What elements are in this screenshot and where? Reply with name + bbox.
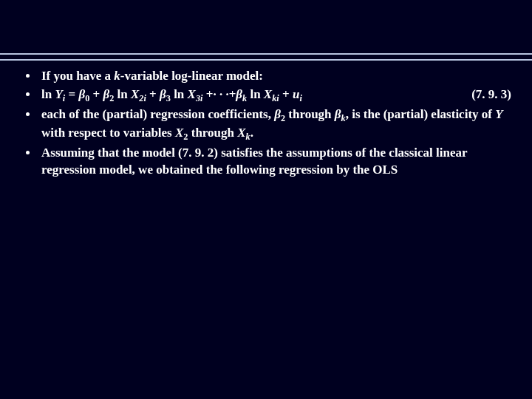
- dots: +· · ·+: [202, 87, 236, 101]
- text: through: [188, 126, 237, 140]
- equation-line: ln Yi = β0 + β2 ln X2i + β3 ln X3i +· · …: [41, 86, 511, 105]
- text: each of the (partial) regression coeffic…: [41, 107, 274, 121]
- beta: β: [274, 107, 281, 121]
- sub-ki: ki: [272, 93, 279, 103]
- var-X: X: [175, 126, 183, 140]
- plus: +: [146, 87, 160, 101]
- var-X: X: [264, 87, 272, 101]
- text: through: [285, 107, 335, 121]
- list-item: each of the (partial) regression coeffic…: [38, 106, 511, 143]
- ln: ln: [114, 87, 131, 101]
- var-Y: Y: [55, 87, 62, 101]
- text: -variable log-linear model:: [120, 69, 263, 83]
- ln: ln: [171, 87, 188, 101]
- ln: ln: [247, 87, 264, 101]
- equation: ln Yi = β0 + β2 ln X2i + β3 ln X3i +· · …: [41, 86, 302, 105]
- divider-bottom: [0, 59, 532, 61]
- ln: ln: [41, 87, 55, 101]
- var-Y: Y: [495, 107, 502, 121]
- divider-top: [0, 53, 532, 55]
- beta: β: [236, 87, 242, 101]
- slide: If you have a k-variable log-linear mode…: [0, 0, 532, 399]
- beta: β: [103, 87, 109, 101]
- plus: +: [279, 87, 293, 101]
- plus: +: [89, 87, 103, 101]
- text: If you have a: [41, 69, 114, 83]
- eq-sign: =: [65, 87, 78, 101]
- list-item: If you have a k-variable log-linear mode…: [38, 68, 511, 85]
- equation-number: (7. 9. 3): [454, 86, 511, 103]
- sub-i: i: [299, 93, 301, 103]
- beta: β: [160, 87, 166, 101]
- list-item: ln Yi = β0 + β2 ln X2i + β3 ln X3i +· · …: [38, 86, 511, 105]
- text: Assuming that the model (7. 9. 2) satisf…: [41, 146, 467, 177]
- text: , is the (partial) elasticity of: [346, 107, 496, 121]
- text: with respect to variables: [41, 126, 175, 140]
- beta: β: [335, 107, 341, 121]
- content-area: If you have a k-variable log-linear mode…: [22, 68, 511, 180]
- bullet-list: If you have a k-variable log-linear mode…: [22, 68, 511, 179]
- var-X: X: [131, 87, 139, 101]
- beta: β: [78, 87, 85, 101]
- var-X: X: [237, 126, 245, 140]
- var-u: u: [293, 87, 299, 101]
- list-item: Assuming that the model (7. 9. 2) satisf…: [38, 145, 511, 179]
- text: .: [250, 126, 253, 140]
- sub-2i: 2i: [139, 93, 146, 103]
- var-X: X: [188, 87, 196, 101]
- var-k: k: [114, 69, 120, 83]
